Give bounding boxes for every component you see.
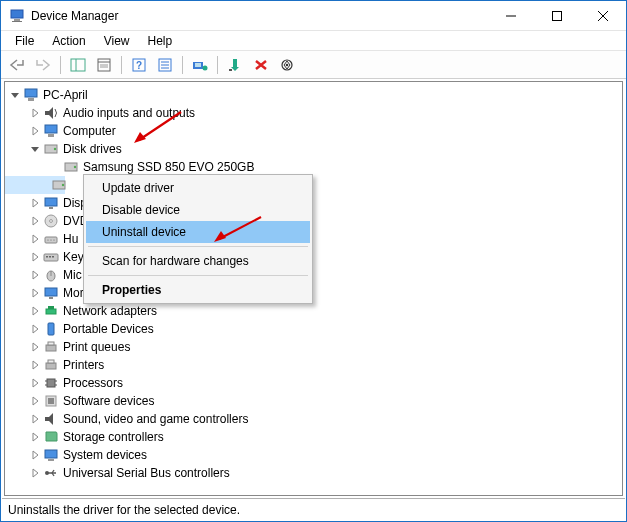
help-button[interactable]: ? xyxy=(127,54,151,76)
category-usb[interactable]: Universal Serial Bus controllers xyxy=(5,464,622,482)
root-icon xyxy=(23,87,39,103)
svg-rect-59 xyxy=(48,342,54,345)
expand-icon[interactable] xyxy=(29,359,41,371)
ssd-icon xyxy=(63,159,79,175)
ctx-properties[interactable]: Properties xyxy=(86,279,310,301)
category-sysdev[interactable]: System devices xyxy=(5,446,622,464)
forward-button[interactable] xyxy=(31,54,55,76)
audio-icon xyxy=(43,105,59,121)
properties-button[interactable] xyxy=(92,54,116,76)
category-svgc[interactable]: Sound, video and game controllers xyxy=(5,410,622,428)
category-swdev[interactable]: Software devices xyxy=(5,392,622,410)
display-icon xyxy=(43,195,59,211)
expand-icon[interactable] xyxy=(29,107,41,119)
category-disk[interactable]: Disk drives xyxy=(5,140,622,158)
menu-file[interactable]: File xyxy=(7,33,42,49)
category-computer[interactable]: Computer xyxy=(5,122,622,140)
device-tree-panel: PC-AprilAudio inputs and outputsComputer… xyxy=(4,81,623,496)
expand-icon[interactable] xyxy=(29,233,41,245)
disk-icon xyxy=(43,141,59,157)
scan-hardware-button[interactable] xyxy=(275,54,299,76)
category-portable[interactable]: Portable Devices xyxy=(5,320,622,338)
ssd-icon xyxy=(51,177,67,193)
svg-point-36 xyxy=(74,166,76,168)
svgc-icon xyxy=(43,411,59,427)
action-button[interactable] xyxy=(153,54,177,76)
title-bar: Device Manager xyxy=(1,1,626,31)
svg-rect-55 xyxy=(46,309,56,314)
toolbar-separator xyxy=(217,56,218,74)
menu-bar: File Action View Help xyxy=(1,31,626,51)
ctx-scan-hardware[interactable]: Scan for hardware changes xyxy=(86,250,310,272)
expand-icon[interactable] xyxy=(29,125,41,137)
maximize-button[interactable] xyxy=(534,1,580,30)
svg-rect-29 xyxy=(28,98,34,101)
tree-item-label: Storage controllers xyxy=(63,430,164,444)
collapse-icon[interactable] xyxy=(29,143,41,155)
context-menu: Update driver Disable device Uninstall d… xyxy=(83,174,313,304)
svg-rect-28 xyxy=(25,89,37,97)
tree-item-label: Computer xyxy=(63,124,116,138)
usb-icon xyxy=(43,465,59,481)
svg-rect-60 xyxy=(46,363,56,369)
enable-button[interactable] xyxy=(223,54,247,76)
show-hide-tree-button[interactable] xyxy=(66,54,90,76)
expand-icon[interactable] xyxy=(29,413,41,425)
expand-icon[interactable] xyxy=(29,323,41,335)
menu-view[interactable]: View xyxy=(96,33,138,49)
svg-point-21 xyxy=(203,65,208,70)
svg-rect-49 xyxy=(49,256,51,258)
category-printq[interactable]: Print queues xyxy=(5,338,622,356)
category-network[interactable]: Network adapters xyxy=(5,302,622,320)
minimize-button[interactable] xyxy=(488,1,534,30)
expand-icon[interactable] xyxy=(29,449,41,461)
portable-icon xyxy=(43,321,59,337)
svg-point-34 xyxy=(54,148,56,150)
collapse-icon[interactable] xyxy=(9,89,21,101)
tree-item-label: Sound, video and game controllers xyxy=(63,412,248,426)
ctx-disable-device[interactable]: Disable device xyxy=(86,199,310,221)
back-button[interactable] xyxy=(5,54,29,76)
expand-icon[interactable] xyxy=(29,341,41,353)
storage-icon xyxy=(43,429,59,445)
svg-marker-69 xyxy=(45,413,53,425)
svg-point-38 xyxy=(62,184,64,186)
svg-rect-50 xyxy=(52,256,54,258)
update-driver-button[interactable] xyxy=(188,54,212,76)
ctx-update-driver[interactable]: Update driver xyxy=(86,177,310,199)
toolbar: ? xyxy=(1,51,626,79)
expand-icon[interactable] xyxy=(29,287,41,299)
svg-point-27 xyxy=(286,63,289,66)
expand-icon[interactable] xyxy=(29,431,41,443)
category-root[interactable]: PC-April xyxy=(5,86,622,104)
ctx-uninstall-device[interactable]: Uninstall device xyxy=(86,221,310,243)
expand-icon[interactable] xyxy=(29,467,41,479)
device-hidden-drive[interactable] xyxy=(5,176,65,194)
category-processors[interactable]: Processors xyxy=(5,374,622,392)
swdev-icon xyxy=(43,393,59,409)
menu-help[interactable]: Help xyxy=(140,33,181,49)
close-button[interactable] xyxy=(580,1,626,30)
uninstall-button[interactable] xyxy=(249,54,273,76)
svg-rect-54 xyxy=(49,297,53,299)
expand-icon[interactable] xyxy=(29,395,41,407)
tree-item-label: Printers xyxy=(63,358,104,372)
menu-action[interactable]: Action xyxy=(44,33,93,49)
tree-item-label: Samsung SSD 850 EVO 250GB xyxy=(83,160,254,174)
expand-icon[interactable] xyxy=(29,251,41,263)
svg-marker-23 xyxy=(231,67,239,71)
svg-rect-48 xyxy=(46,256,48,258)
svg-rect-62 xyxy=(47,379,55,387)
tree-item-label: Network adapters xyxy=(63,304,157,318)
window-controls xyxy=(488,1,626,30)
expand-icon[interactable] xyxy=(29,269,41,281)
category-audio[interactable]: Audio inputs and outputs xyxy=(5,104,622,122)
expand-icon[interactable] xyxy=(29,197,41,209)
expand-icon[interactable] xyxy=(29,305,41,317)
expand-icon[interactable] xyxy=(29,377,41,389)
tree-item-label: Software devices xyxy=(63,394,154,408)
expand-icon[interactable] xyxy=(29,215,41,227)
category-printers[interactable]: Printers xyxy=(5,356,622,374)
category-storage[interactable]: Storage controllers xyxy=(5,428,622,446)
dvd-icon xyxy=(43,213,59,229)
